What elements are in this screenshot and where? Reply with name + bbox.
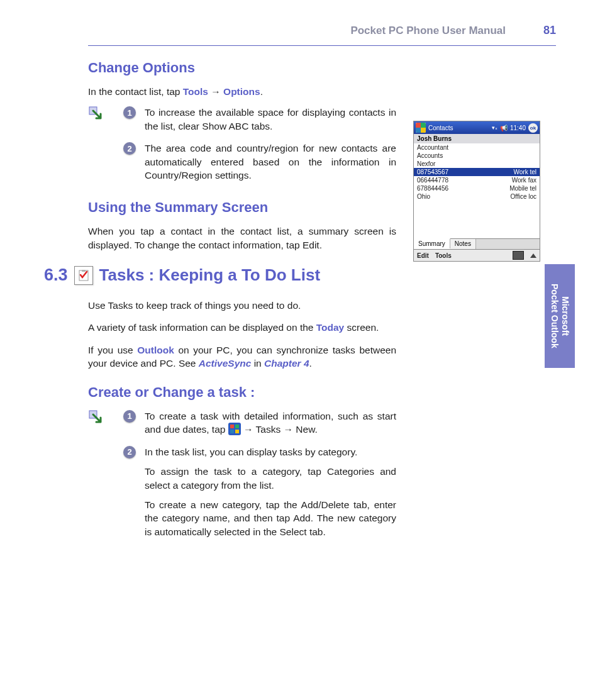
step-badge-2: 2: [123, 142, 136, 155]
list-item: 1 To create a task with detailed informa…: [123, 409, 396, 436]
svg-rect-8: [235, 430, 239, 433]
change-options-intro: In the contact list, tap Tools → Options…: [88, 85, 396, 98]
step-badge-1: 1: [123, 410, 136, 423]
contact-name: Josh Burns: [414, 134, 540, 143]
up-arrow-icon[interactable]: [530, 253, 536, 258]
speaker-icon: 📢: [500, 125, 508, 131]
ss-time: 11:40: [510, 125, 526, 131]
ok-button[interactable]: ok: [528, 123, 538, 133]
heading-tasks: 6.3 Tasks : Keeping a To Do List: [44, 265, 396, 285]
tab-notes[interactable]: Notes: [450, 239, 476, 249]
svg-rect-6: [235, 425, 239, 428]
svg-rect-7: [230, 430, 234, 433]
start-menu-icon: [228, 423, 241, 435]
svg-rect-2: [82, 270, 86, 272]
contact-row[interactable]: OhioOffice loc: [414, 192, 540, 201]
ss-menubar: Edit Tools: [414, 249, 540, 261]
heading-summary: Using the Summary Screen: [88, 199, 396, 216]
contact-row[interactable]: Accounts: [414, 152, 540, 160]
heading-create-task: Create or Change a task :: [88, 384, 396, 401]
contact-row[interactable]: Nexfor: [414, 160, 540, 168]
list-item: 2 In the task list, you can display task…: [123, 445, 396, 538]
contact-row[interactable]: Accountant: [414, 143, 540, 152]
ss-title: Contacts: [428, 125, 453, 131]
contacts-screenshot: Contacts ▾ₓ 📢 11:40 ok Josh Burns Accoun…: [413, 121, 540, 262]
menu-tools[interactable]: Tools: [435, 252, 452, 259]
step-badge-1: 1: [123, 106, 136, 119]
ss-tabs: Summary Notes: [414, 238, 540, 249]
side-tab-line1: Microsoft: [560, 296, 570, 336]
page-header: Pocket PC Phone User Manual 81: [88, 24, 556, 37]
signal-icon: ▾ₓ: [492, 125, 497, 131]
chapter-side-tab: Microsoft Pocket Outlook: [545, 264, 575, 368]
side-tab-line2: Pocket Outlook: [550, 284, 560, 348]
tasks-p3: If you use Outlook on your PC, you can s…: [88, 343, 396, 370]
header-rule: [88, 45, 556, 46]
heading-change-options: Change Options: [88, 60, 396, 76]
start-menu-icon[interactable]: [416, 123, 426, 133]
note-arrow-icon: [88, 409, 104, 426]
note-arrow-icon: [88, 106, 104, 122]
tab-summary[interactable]: Summary: [414, 238, 450, 248]
summary-text: When you tap a contact in the contact li…: [88, 225, 396, 252]
tasks-app-icon: [74, 266, 93, 285]
tasks-p2: A variety of task information can be dis…: [88, 321, 396, 334]
step-badge-2: 2: [123, 446, 136, 458]
contact-row-selected[interactable]: 087543567Work tel: [414, 168, 540, 176]
page-content: Change Options In the contact list, tap …: [88, 60, 396, 556]
list-item: 1 To increase the available space for di…: [123, 106, 396, 133]
tasks-p1: Use Tasks to keep track of things you ne…: [88, 299, 396, 312]
page-number: 81: [543, 24, 556, 37]
contact-row[interactable]: 678844456Mobile tel: [414, 184, 540, 192]
keyboard-icon[interactable]: [513, 251, 524, 260]
ss-titlebar: Contacts ▾ₓ 📢 11:40 ok: [414, 121, 540, 134]
section-number: 6.3: [44, 265, 68, 285]
heading-tasks-text: Tasks : Keeping a To Do List: [99, 265, 321, 285]
menu-edit[interactable]: Edit: [417, 252, 429, 259]
list-item: 2 The area code and country/region for n…: [123, 142, 396, 182]
svg-rect-5: [230, 425, 234, 428]
manual-title: Pocket PC Phone User Manual: [350, 25, 506, 37]
contact-row[interactable]: 066444778Work fax: [414, 176, 540, 184]
